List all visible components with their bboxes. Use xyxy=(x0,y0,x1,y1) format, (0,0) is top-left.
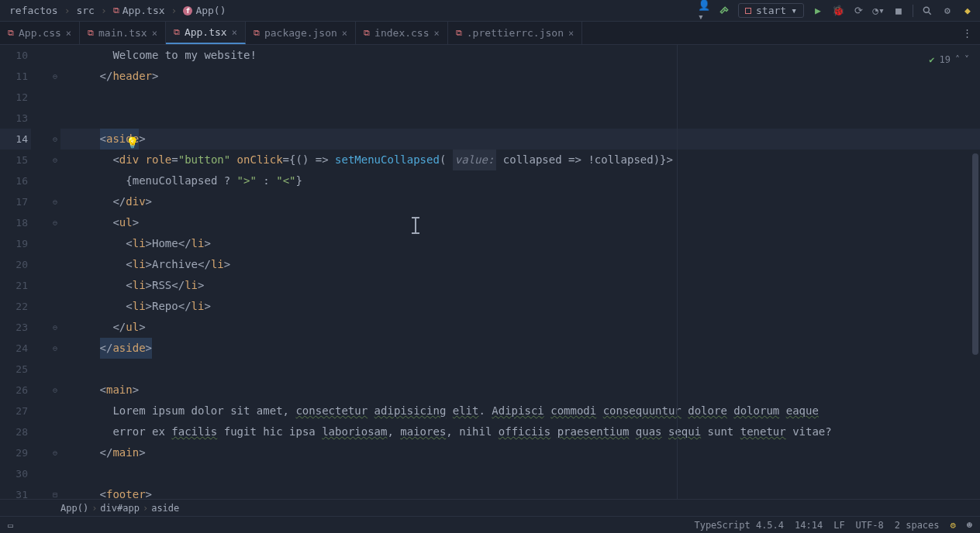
tab-label: App.css xyxy=(19,27,61,39)
structure-breadcrumbs: App() › div#app › aside xyxy=(0,499,980,516)
crumb-sep: › xyxy=(171,5,178,16)
crumb-file[interactable]: ⧉App.tsx xyxy=(110,3,168,18)
bc-app[interactable]: App() xyxy=(60,503,88,514)
crumb-sep: › xyxy=(101,5,107,16)
user-icon[interactable]: 👤▾ xyxy=(698,5,710,17)
code-line[interactable]: </ul> xyxy=(60,317,980,338)
code-line[interactable]: </aside> xyxy=(60,338,980,359)
tab-label: index.css xyxy=(374,27,429,39)
code-line[interactable]: <aside> xyxy=(60,129,980,150)
close-icon[interactable]: × xyxy=(342,28,347,39)
bc-aside[interactable]: aside xyxy=(151,503,179,514)
status-eol[interactable]: LF xyxy=(833,520,844,531)
crumb-file-label: App.tsx xyxy=(122,5,165,16)
search-icon[interactable] xyxy=(921,5,933,17)
fold-gutter[interactable]: ⊖⊖⊖⊖⊖⊖⊖⊖⊖⊟ xyxy=(43,45,60,499)
code-line[interactable]: error ex facilis fugit hic ipsa laborios… xyxy=(60,421,980,442)
crumb-sep: › xyxy=(143,503,148,514)
run-config-selector[interactable]: start▾ xyxy=(738,3,804,18)
code-line[interactable]: <li>RSS</li> xyxy=(60,275,980,296)
topbar-actions: 👤▾ start▾ ▶ 🐞 ⟳ ◔▾ ■ ⚙ ◆ xyxy=(698,3,974,18)
editor-tabs: ⧉App.css× ⧉main.tsx× ⧉App.tsx× ⧉package.… xyxy=(0,22,980,45)
intention-bulb-icon[interactable]: 💡 xyxy=(126,132,136,153)
status-notify-icon[interactable]: ⚙ xyxy=(951,520,956,531)
code-line[interactable] xyxy=(60,108,980,129)
close-icon[interactable]: × xyxy=(66,28,71,39)
code-line[interactable]: <li>Archive</li> xyxy=(60,254,980,275)
vertical-scrollbar[interactable] xyxy=(972,153,978,355)
json-file-icon: ⧉ xyxy=(254,28,260,38)
tab-app-css[interactable]: ⧉App.css× xyxy=(0,22,80,44)
close-icon[interactable]: × xyxy=(152,28,157,39)
close-icon[interactable]: × xyxy=(232,27,237,38)
crumb-symbol-label: App() xyxy=(195,5,226,16)
code-line[interactable] xyxy=(60,87,980,108)
coverage-icon[interactable]: ⟳ xyxy=(852,5,864,17)
code-line[interactable]: <li>Home</li> xyxy=(60,233,980,254)
status-indent[interactable]: 2 spaces xyxy=(895,520,940,531)
text-cursor-icon xyxy=(415,217,416,234)
tab-label: App.tsx xyxy=(185,26,227,38)
tab-label: package.json xyxy=(264,27,337,39)
function-icon: f xyxy=(183,6,192,15)
tab-index-css[interactable]: ⧉index.css× xyxy=(356,22,448,44)
build-hammer-icon[interactable] xyxy=(718,5,730,17)
code-line[interactable]: <main> xyxy=(60,380,980,401)
settings-gear-icon[interactable]: ⚙ xyxy=(941,5,954,17)
svg-point-0 xyxy=(923,7,929,12)
code-line[interactable]: Lorem ipsum dolor sit amet, consectetur … xyxy=(60,401,980,421)
code-area[interactable]: ✔ 19 ˄ ˅ 💡 Welcome to my website! </head… xyxy=(60,45,980,499)
prev-highlight-icon[interactable]: ˄ xyxy=(955,50,960,70)
code-line[interactable]: </main> xyxy=(60,442,980,463)
editor[interactable]: 1011121314151617181920212223242526272829… xyxy=(0,45,980,499)
run-config-label: start xyxy=(756,5,786,16)
chevron-down-icon: ▾ xyxy=(791,5,797,16)
close-icon[interactable]: × xyxy=(434,28,440,39)
run-play-icon[interactable]: ▶ xyxy=(812,5,824,17)
debug-bug-icon[interactable]: 🐞 xyxy=(832,5,844,17)
code-line[interactable]: <div role="button" onClick={() => setMen… xyxy=(60,150,980,170)
stop-icon[interactable]: ■ xyxy=(892,5,905,17)
next-highlight-icon[interactable]: ˅ xyxy=(964,50,969,70)
tab-label: .prettierrc.json xyxy=(467,27,564,39)
tab-prettierrc[interactable]: ⧉.prettierrc.json× xyxy=(448,22,582,44)
crumb-sep: › xyxy=(64,5,71,16)
profile-icon[interactable]: ◔▾ xyxy=(872,5,885,17)
tool-window-icon[interactable]: ▭ xyxy=(8,520,13,531)
status-feedback-icon[interactable]: ☻ xyxy=(967,520,972,531)
css-file-icon: ⧉ xyxy=(364,28,370,38)
status-lang[interactable]: TypeScript 4.5.4 xyxy=(694,520,784,531)
code-line[interactable]: </header> xyxy=(60,66,980,87)
code-line[interactable]: <footer> xyxy=(60,484,980,499)
close-icon[interactable]: × xyxy=(568,28,574,39)
code-line[interactable]: <li>Repo</li> xyxy=(60,296,980,317)
inspection-widget[interactable]: ✔ 19 ˄ ˅ xyxy=(929,50,969,70)
shield-icon[interactable]: ◆ xyxy=(961,5,974,17)
code-line[interactable]: </div> xyxy=(60,191,980,212)
wrap-guide xyxy=(677,45,678,499)
tab-app-tsx[interactable]: ⧉App.tsx× xyxy=(166,22,246,44)
separator xyxy=(913,5,913,17)
status-bar: ▭ TypeScript 4.5.4 14:14 LF UTF-8 2 spac… xyxy=(0,516,980,533)
code-line[interactable]: <ul> xyxy=(60,212,980,233)
tab-main-tsx[interactable]: ⧉main.tsx× xyxy=(80,22,166,44)
crumb-sep: › xyxy=(91,503,97,514)
tab-package-json[interactable]: ⧉package.json× xyxy=(246,22,356,44)
status-encoding[interactable]: UTF-8 xyxy=(856,520,884,531)
crumb-folder[interactable]: src xyxy=(73,3,97,18)
code-line[interactable]: {menuCollapsed ? ">" : "<"} xyxy=(60,170,980,191)
tab-overflow-menu[interactable]: ⋮ xyxy=(954,22,980,44)
status-pos[interactable]: 14:14 xyxy=(795,520,823,531)
json-file-icon: ⧉ xyxy=(456,28,462,38)
ts-file-icon: ⧉ xyxy=(174,27,180,37)
ts-file-icon: ⧉ xyxy=(113,5,119,15)
code-line[interactable] xyxy=(60,359,980,380)
code-line[interactable] xyxy=(60,463,980,484)
crumb-symbol[interactable]: fApp() xyxy=(180,3,229,18)
ts-file-icon: ⧉ xyxy=(88,28,94,38)
code-line[interactable]: Welcome to my website! xyxy=(60,45,980,66)
crumb-project[interactable]: refactos xyxy=(6,3,61,18)
run-square-icon xyxy=(745,8,751,14)
bc-div[interactable]: div#app xyxy=(100,503,140,514)
nav-breadcrumbs: refactos › src › ⧉App.tsx › fApp() xyxy=(6,3,698,18)
